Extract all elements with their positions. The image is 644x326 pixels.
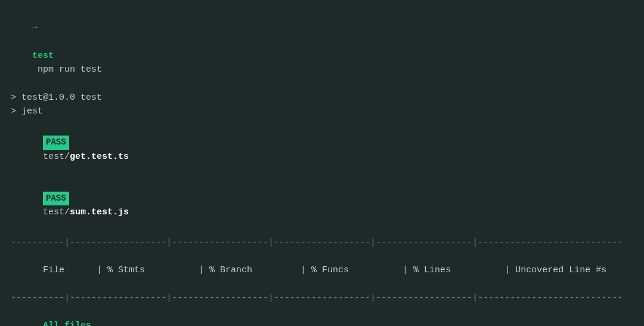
pass-line-2: PASS test/sum.test.js <box>11 177 633 233</box>
arrow-icon: → <box>32 23 38 33</box>
table-sep-top: ----------|------------------|----------… <box>11 236 633 250</box>
pass-line-1: PASS test/get.test.ts <box>11 122 633 177</box>
pass-badge-2: PASS <box>43 192 69 206</box>
table-header: File | % Stmts | % Branch | % Funcs | % … <box>11 250 633 291</box>
npm-line-2: > jest <box>11 104 633 118</box>
pass-file-1: test/get.test.ts <box>43 152 129 162</box>
table-row-allfiles: All files | 100 | 50 | 100 | 100 | <box>11 305 633 326</box>
coverage-table: ----------|------------------|----------… <box>11 236 633 326</box>
command-rest: npm run test <box>32 64 102 75</box>
command-name: test <box>32 51 54 61</box>
terminal: → test npm run test > test@1.0.0 test > … <box>0 0 644 326</box>
pass-file-2: test/sum.test.js <box>43 207 129 217</box>
npm-line-1: > test@1.0.0 test <box>11 91 633 104</box>
pass-badge-1: PASS <box>43 136 69 150</box>
top-command-line: → test npm run test <box>11 7 633 91</box>
table-sep-header: ----------|------------------|----------… <box>11 291 633 305</box>
